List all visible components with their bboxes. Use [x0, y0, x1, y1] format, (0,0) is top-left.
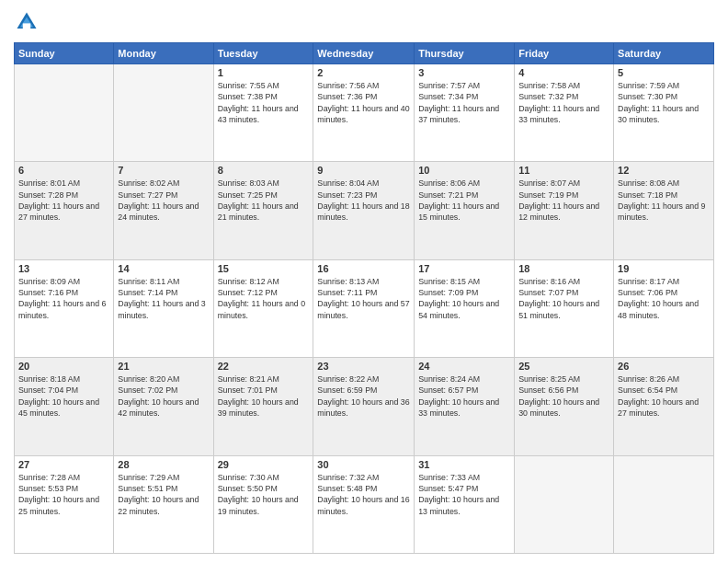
calendar-cell — [515, 455, 614, 553]
calendar-cell: 22Sunrise: 8:21 AMSunset: 7:01 PMDayligh… — [213, 358, 313, 455]
calendar-cell: 9Sunrise: 8:04 AMSunset: 7:23 PMDaylight… — [313, 162, 415, 259]
calendar-cell: 10Sunrise: 8:06 AMSunset: 7:21 PMDayligh… — [415, 162, 515, 259]
weekday-header-friday: Friday — [515, 43, 614, 64]
day-info: Sunrise: 7:30 AMSunset: 5:50 PMDaylight:… — [218, 472, 310, 517]
calendar-week-row: 1Sunrise: 7:55 AMSunset: 7:38 PMDaylight… — [15, 64, 714, 162]
header — [14, 9, 714, 35]
calendar-cell: 25Sunrise: 8:25 AMSunset: 6:56 PMDayligh… — [515, 358, 614, 455]
weekday-header-wednesday: Wednesday — [313, 43, 415, 64]
day-info: Sunrise: 7:56 AMSunset: 7:36 PMDaylight:… — [317, 80, 410, 125]
day-number: 14 — [118, 263, 209, 274]
weekday-header-tuesday: Tuesday — [213, 43, 313, 64]
day-info: Sunrise: 7:55 AMSunset: 7:38 PMDaylight:… — [218, 80, 310, 125]
day-number: 12 — [618, 165, 710, 176]
calendar-week-row: 20Sunrise: 8:18 AMSunset: 7:04 PMDayligh… — [15, 358, 714, 455]
calendar-cell: 20Sunrise: 8:18 AMSunset: 7:04 PMDayligh… — [15, 358, 114, 455]
weekday-header-saturday: Saturday — [614, 43, 714, 64]
calendar-cell — [15, 64, 114, 162]
day-info: Sunrise: 8:22 AMSunset: 6:59 PMDaylight:… — [317, 373, 410, 419]
day-info: Sunrise: 8:15 AMSunset: 7:09 PMDaylight:… — [418, 276, 510, 321]
day-number: 22 — [218, 361, 310, 372]
day-info: Sunrise: 8:26 AMSunset: 6:54 PMDaylight:… — [618, 373, 710, 419]
day-number: 29 — [218, 459, 310, 470]
day-info: Sunrise: 7:29 AMSunset: 5:51 PMDaylight:… — [118, 472, 209, 517]
day-info: Sunrise: 7:33 AMSunset: 5:47 PMDaylight:… — [418, 472, 510, 517]
calendar-cell: 5Sunrise: 7:59 AMSunset: 7:30 PMDaylight… — [614, 64, 714, 162]
calendar-cell: 1Sunrise: 7:55 AMSunset: 7:38 PMDaylight… — [213, 64, 313, 162]
weekday-header-monday: Monday — [114, 43, 213, 64]
calendar-cell: 29Sunrise: 7:30 AMSunset: 5:50 PMDayligh… — [213, 455, 313, 553]
day-info: Sunrise: 8:20 AMSunset: 7:02 PMDaylight:… — [118, 373, 209, 419]
day-info: Sunrise: 8:16 AMSunset: 7:07 PMDaylight:… — [518, 276, 609, 321]
calendar-week-row: 27Sunrise: 7:28 AMSunset: 5:53 PMDayligh… — [15, 455, 714, 553]
day-number: 19 — [618, 263, 710, 274]
calendar-cell: 8Sunrise: 8:03 AMSunset: 7:25 PMDaylight… — [213, 162, 313, 259]
logo — [14, 9, 43, 35]
day-info: Sunrise: 7:57 AMSunset: 7:34 PMDaylight:… — [418, 80, 510, 125]
day-info: Sunrise: 7:59 AMSunset: 7:30 PMDaylight:… — [618, 80, 710, 125]
day-number: 28 — [118, 459, 209, 470]
weekday-header-sunday: Sunday — [15, 43, 114, 64]
day-number: 3 — [418, 67, 510, 78]
calendar-cell: 31Sunrise: 7:33 AMSunset: 5:47 PMDayligh… — [415, 455, 515, 553]
calendar-cell — [614, 455, 714, 553]
calendar-cell: 27Sunrise: 7:28 AMSunset: 5:53 PMDayligh… — [15, 455, 114, 553]
calendar-week-row: 13Sunrise: 8:09 AMSunset: 7:16 PMDayligh… — [15, 259, 714, 357]
day-info: Sunrise: 8:02 AMSunset: 7:27 PMDaylight:… — [118, 178, 209, 223]
day-info: Sunrise: 8:21 AMSunset: 7:01 PMDaylight:… — [218, 373, 310, 419]
day-number: 23 — [317, 361, 410, 372]
calendar-cell: 28Sunrise: 7:29 AMSunset: 5:51 PMDayligh… — [114, 455, 213, 553]
day-number: 31 — [418, 459, 510, 470]
day-info: Sunrise: 8:18 AMSunset: 7:04 PMDaylight:… — [18, 373, 109, 419]
day-info: Sunrise: 8:12 AMSunset: 7:12 PMDaylight:… — [218, 276, 310, 321]
calendar-table: SundayMondayTuesdayWednesdayThursdayFrid… — [14, 42, 714, 554]
calendar-cell: 13Sunrise: 8:09 AMSunset: 7:16 PMDayligh… — [15, 259, 114, 357]
calendar-cell: 11Sunrise: 8:07 AMSunset: 7:19 PMDayligh… — [515, 162, 614, 259]
day-info: Sunrise: 8:07 AMSunset: 7:19 PMDaylight:… — [518, 178, 609, 223]
weekday-header-row: SundayMondayTuesdayWednesdayThursdayFrid… — [15, 43, 714, 64]
logo-icon — [14, 9, 40, 35]
day-number: 7 — [118, 165, 209, 176]
day-number: 25 — [518, 361, 609, 372]
day-info: Sunrise: 8:03 AMSunset: 7:25 PMDaylight:… — [218, 178, 310, 223]
calendar-cell: 15Sunrise: 8:12 AMSunset: 7:12 PMDayligh… — [213, 259, 313, 357]
day-number: 24 — [418, 361, 510, 372]
calendar-cell: 30Sunrise: 7:32 AMSunset: 5:48 PMDayligh… — [313, 455, 415, 553]
weekday-header-thursday: Thursday — [415, 43, 515, 64]
day-number: 30 — [317, 459, 410, 470]
calendar-cell: 14Sunrise: 8:11 AMSunset: 7:14 PMDayligh… — [114, 259, 213, 357]
day-info: Sunrise: 8:08 AMSunset: 7:18 PMDaylight:… — [618, 178, 710, 223]
day-number: 16 — [317, 263, 410, 274]
calendar-week-row: 6Sunrise: 8:01 AMSunset: 7:28 PMDaylight… — [15, 162, 714, 259]
day-info: Sunrise: 8:13 AMSunset: 7:11 PMDaylight:… — [317, 276, 410, 321]
calendar-cell: 17Sunrise: 8:15 AMSunset: 7:09 PMDayligh… — [415, 259, 515, 357]
day-info: Sunrise: 8:25 AMSunset: 6:56 PMDaylight:… — [518, 373, 609, 419]
day-info: Sunrise: 8:04 AMSunset: 7:23 PMDaylight:… — [317, 178, 410, 223]
day-number: 8 — [218, 165, 310, 176]
calendar-cell: 24Sunrise: 8:24 AMSunset: 6:57 PMDayligh… — [415, 358, 515, 455]
day-number: 18 — [518, 263, 609, 274]
svg-rect-2 — [23, 23, 30, 29]
calendar-cell — [114, 64, 213, 162]
day-number: 1 — [218, 67, 310, 78]
day-number: 26 — [618, 361, 710, 372]
calendar-cell: 6Sunrise: 8:01 AMSunset: 7:28 PMDaylight… — [15, 162, 114, 259]
day-info: Sunrise: 7:58 AMSunset: 7:32 PMDaylight:… — [518, 80, 609, 125]
calendar-cell: 4Sunrise: 7:58 AMSunset: 7:32 PMDaylight… — [515, 64, 614, 162]
day-number: 27 — [18, 459, 109, 470]
day-number: 5 — [618, 67, 710, 78]
day-number: 13 — [18, 263, 109, 274]
calendar-cell: 19Sunrise: 8:17 AMSunset: 7:06 PMDayligh… — [614, 259, 714, 357]
calendar-cell: 18Sunrise: 8:16 AMSunset: 7:07 PMDayligh… — [515, 259, 614, 357]
calendar-cell: 7Sunrise: 8:02 AMSunset: 7:27 PMDaylight… — [114, 162, 213, 259]
day-number: 11 — [518, 165, 609, 176]
day-info: Sunrise: 7:32 AMSunset: 5:48 PMDaylight:… — [317, 472, 410, 517]
day-info: Sunrise: 8:24 AMSunset: 6:57 PMDaylight:… — [418, 373, 510, 419]
page: SundayMondayTuesdayWednesdayThursdayFrid… — [0, 0, 728, 563]
day-number: 9 — [317, 165, 410, 176]
day-info: Sunrise: 8:01 AMSunset: 7:28 PMDaylight:… — [18, 178, 109, 223]
day-number: 15 — [218, 263, 310, 274]
calendar-cell: 12Sunrise: 8:08 AMSunset: 7:18 PMDayligh… — [614, 162, 714, 259]
day-number: 2 — [317, 67, 410, 78]
day-info: Sunrise: 7:28 AMSunset: 5:53 PMDaylight:… — [18, 472, 109, 517]
